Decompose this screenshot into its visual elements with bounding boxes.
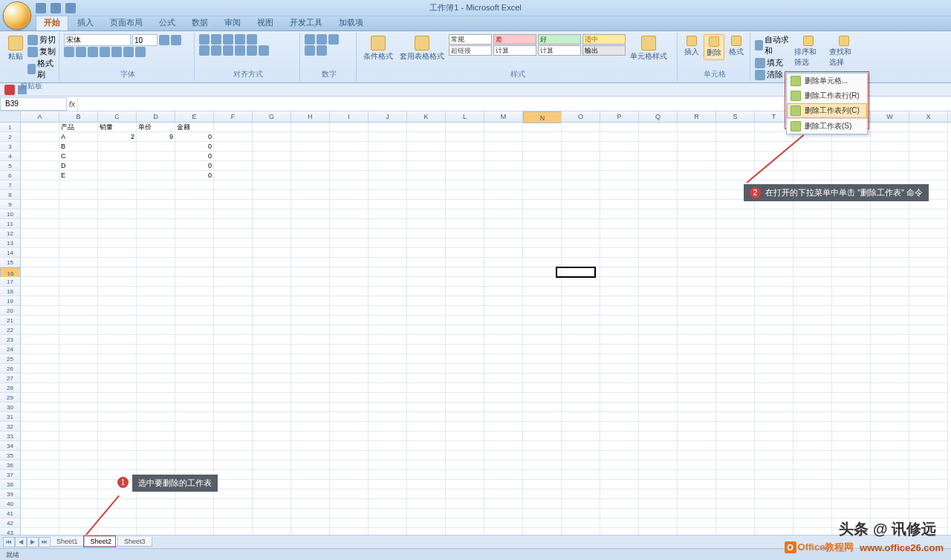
cell[interactable]: [562, 460, 600, 470]
cell[interactable]: [523, 161, 562, 171]
cell[interactable]: [59, 374, 98, 383]
sort-filter-button[interactable]: 排序和筛选: [792, 34, 825, 69]
cell[interactable]: 0: [175, 132, 214, 142]
cell[interactable]: [639, 403, 678, 412]
row-header[interactable]: 42: [0, 518, 21, 528]
cell[interactable]: [59, 470, 98, 480]
cell[interactable]: [291, 354, 330, 364]
cell[interactable]: [484, 489, 523, 499]
cell[interactable]: [21, 296, 59, 306]
cell[interactable]: [21, 451, 59, 460]
cell[interactable]: [639, 161, 678, 171]
cell[interactable]: [214, 383, 253, 393]
cell[interactable]: [832, 364, 871, 374]
cell[interactable]: [446, 219, 484, 229]
cell[interactable]: [832, 374, 871, 383]
cell[interactable]: [446, 509, 484, 518]
cell[interactable]: [407, 383, 446, 393]
cell[interactable]: [21, 354, 59, 364]
cell[interactable]: [21, 345, 59, 354]
cell[interactable]: [330, 432, 369, 441]
cell[interactable]: [446, 316, 484, 325]
cell[interactable]: [98, 393, 137, 403]
cell[interactable]: [871, 152, 909, 161]
cell[interactable]: [600, 152, 639, 161]
cell[interactable]: [484, 509, 523, 518]
cell[interactable]: [832, 489, 871, 499]
cell[interactable]: [446, 258, 484, 267]
row-header[interactable]: 7: [0, 180, 21, 190]
cell[interactable]: [484, 460, 523, 470]
cell[interactable]: [291, 287, 330, 296]
cell[interactable]: [639, 296, 678, 306]
cell[interactable]: [407, 489, 446, 499]
cell[interactable]: [678, 412, 716, 422]
cell[interactable]: [253, 509, 291, 518]
cell[interactable]: [909, 142, 948, 152]
cell[interactable]: [330, 451, 369, 460]
cell[interactable]: [175, 403, 214, 412]
cell[interactable]: [523, 364, 562, 374]
cell[interactable]: [678, 335, 716, 345]
cell[interactable]: [678, 258, 716, 267]
col-header-B[interactable]: B: [59, 111, 98, 122]
cell[interactable]: [523, 238, 562, 248]
cell[interactable]: [755, 393, 793, 403]
grow-font-icon[interactable]: [159, 35, 169, 45]
cell[interactable]: [369, 422, 407, 432]
cell[interactable]: [716, 460, 755, 470]
cell[interactable]: [755, 219, 793, 229]
cell[interactable]: [446, 238, 484, 248]
cell[interactable]: [291, 374, 330, 383]
cell[interactable]: [793, 306, 832, 316]
cell[interactable]: [59, 267, 98, 277]
style-link[interactable]: 超链接: [449, 45, 492, 56]
cell[interactable]: [330, 200, 369, 209]
cell[interactable]: [909, 171, 948, 180]
cell[interactable]: [562, 441, 600, 451]
cell[interactable]: [253, 209, 291, 219]
cell[interactable]: [98, 180, 137, 190]
cell[interactable]: [446, 403, 484, 412]
cell[interactable]: [639, 267, 678, 277]
name-box[interactable]: [0, 97, 67, 111]
cell[interactable]: [484, 364, 523, 374]
cell[interactable]: [484, 316, 523, 325]
cell[interactable]: [716, 277, 755, 287]
cell[interactable]: [21, 152, 59, 161]
tab-insert[interactable]: 插入: [70, 15, 101, 30]
bot-align-icon[interactable]: [223, 34, 233, 45]
shrink-font-icon[interactable]: [171, 35, 181, 45]
cell[interactable]: [484, 171, 523, 180]
next-sheet-button[interactable]: ▶: [27, 537, 39, 547]
cell[interactable]: [755, 229, 793, 238]
cell[interactable]: [523, 296, 562, 306]
cell[interactable]: [523, 499, 562, 509]
cell[interactable]: [98, 219, 137, 229]
cell[interactable]: [59, 277, 98, 287]
cell[interactable]: [446, 306, 484, 316]
cell[interactable]: [639, 441, 678, 451]
row-header[interactable]: 38: [0, 480, 21, 489]
cell[interactable]: [832, 470, 871, 480]
cell[interactable]: [369, 267, 407, 277]
col-header-M[interactable]: M: [484, 111, 523, 122]
cell[interactable]: [716, 451, 755, 460]
cell[interactable]: [291, 383, 330, 393]
cell[interactable]: [678, 296, 716, 306]
cell[interactable]: [523, 152, 562, 161]
cell[interactable]: [909, 152, 948, 161]
cell[interactable]: [562, 258, 600, 267]
cell[interactable]: [523, 123, 562, 132]
cell[interactable]: [137, 209, 175, 219]
cell[interactable]: [291, 248, 330, 258]
cell[interactable]: [639, 248, 678, 258]
top-align-icon[interactable]: [199, 34, 210, 45]
cell[interactable]: [291, 219, 330, 229]
cell[interactable]: [716, 422, 755, 432]
insert-button[interactable]: 插入: [682, 34, 701, 59]
cell[interactable]: [909, 460, 948, 470]
cell[interactable]: [793, 364, 832, 374]
cell[interactable]: [793, 267, 832, 277]
cell[interactable]: [639, 335, 678, 345]
